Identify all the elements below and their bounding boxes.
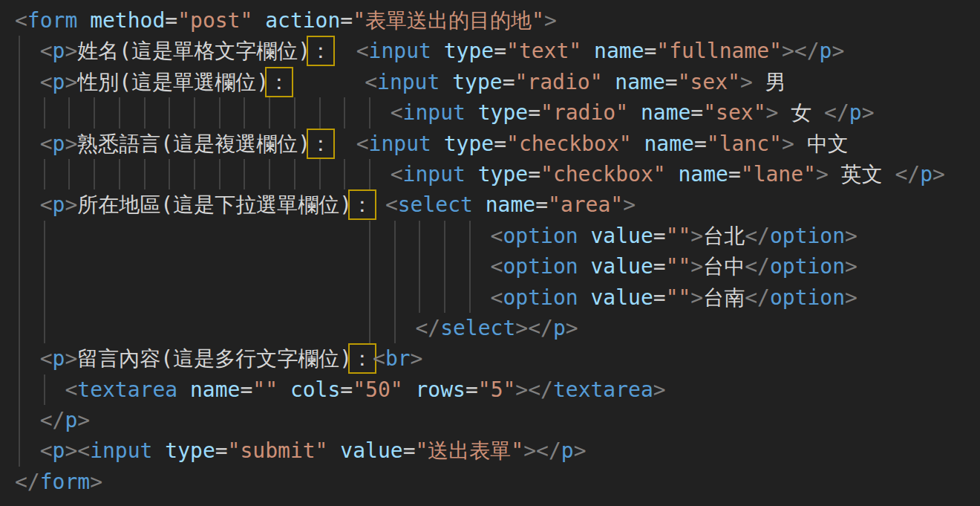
- code-token-str: "radio": [540, 100, 628, 125]
- code-token-punct: >: [782, 39, 794, 63]
- code-line-10[interactable]: <option value="">台南</option>: [0, 282, 980, 313]
- code-token-ws: [431, 132, 444, 156]
- code-token-punct: >: [845, 254, 858, 279]
- code-token-text: 姓名(這是單格文字欄位): [77, 39, 310, 63]
- code-line-15[interactable]: <p><input type="submit" value="送出表單"></p…: [0, 435, 980, 466]
- code-line-8[interactable]: <option value="">台北</option>: [0, 221, 980, 251]
- code-token-eq: =: [503, 70, 515, 94]
- code-token-punct: <: [40, 192, 53, 217]
- code-token-str: "5": [478, 377, 516, 402]
- code-token-tag: p: [849, 100, 862, 125]
- code-token-punct: >: [766, 100, 779, 125]
- code-line-3[interactable]: <p>性別(這是單選欄位)： <input type="radio" name=…: [0, 67, 980, 97]
- code-token-eq: =: [690, 100, 703, 125]
- code-token-ws: [473, 192, 486, 217]
- code-token-str: "": [666, 254, 691, 279]
- code-token-ws: [15, 39, 40, 63]
- code-token-punct: </: [536, 438, 561, 463]
- code-token-text: 留言內容(這是多行文字欄位): [77, 346, 352, 371]
- code-line-12[interactable]: <p>留言內容(這是多行文字欄位)：<br>: [0, 343, 980, 374]
- code-token-punct: >: [845, 285, 858, 310]
- code-token-ws: [152, 438, 165, 463]
- code-token-punct: <: [15, 8, 27, 33]
- code-token-tag: textarea: [553, 377, 653, 402]
- code-token-punct: </: [745, 254, 770, 279]
- code-token-attr: name: [486, 192, 535, 217]
- code-token-text: 英文: [829, 162, 895, 186]
- code-line-5[interactable]: <p>熟悉語言(這是複選欄位)： <input type="checkbox" …: [0, 129, 980, 159]
- code-token-ws: [373, 192, 385, 217]
- code-token-tag: form: [27, 8, 77, 33]
- code-token-ws: [77, 8, 90, 33]
- code-line-2[interactable]: <p>姓名(這是單格文字欄位)： <input type="text" name…: [0, 36, 980, 66]
- code-token-tag: input: [90, 438, 152, 463]
- code-token-attr: name: [644, 132, 693, 156]
- code-token-text: 女: [778, 100, 824, 125]
- code-token-punct: </: [15, 470, 40, 494]
- code-token-tag: option: [770, 224, 845, 248]
- code-token-punct: <: [365, 70, 377, 94]
- code-token-punct: <: [40, 70, 53, 94]
- code-token-punct: >: [515, 316, 528, 340]
- code-token-eq: =: [728, 162, 741, 186]
- code-token-ws: [15, 100, 391, 125]
- code-token-punct: </: [528, 316, 553, 340]
- code-token-tag: p: [53, 192, 65, 217]
- code-token-attr: value: [340, 438, 402, 463]
- code-token-punct: >: [653, 377, 666, 402]
- code-token-ws: [278, 377, 290, 402]
- code-token-str: "radio": [514, 70, 602, 94]
- code-token-attr: value: [590, 224, 653, 248]
- code-token-str: "post": [177, 8, 252, 33]
- code-token-punct: >: [566, 316, 578, 340]
- code-token-ws: [327, 438, 340, 463]
- code-token-str: "表單送出的目的地": [353, 8, 544, 33]
- code-token-punct: <: [385, 192, 398, 217]
- code-line-1[interactable]: <form method="post" action="表單送出的目的地">: [0, 5, 980, 36]
- code-token-str: "fullname": [656, 39, 782, 63]
- code-token-punct: >: [690, 254, 703, 279]
- code-token-attr: rows: [415, 377, 465, 402]
- code-line-6[interactable]: <input type="checkbox" name="lane"> 英文 <…: [0, 159, 980, 189]
- code-token-str: "lane": [741, 162, 816, 186]
- code-token-ws: [15, 132, 40, 156]
- code-token-attr: type: [478, 162, 528, 186]
- code-token-tag: form: [40, 470, 90, 494]
- code-token-ws: [440, 70, 452, 94]
- code-token-punct: >: [845, 224, 858, 248]
- code-token-eq: =: [340, 8, 353, 33]
- code-line-13[interactable]: <textarea name="" cols="50" rows="5"></t…: [0, 374, 980, 405]
- code-token-punct: >: [65, 39, 77, 63]
- code-token-ws: [578, 254, 591, 279]
- code-token-eq: =: [494, 39, 506, 63]
- code-token-ws: [15, 162, 391, 186]
- code-token-attr: action: [265, 8, 340, 33]
- code-token-punct: >: [411, 346, 423, 371]
- code-line-7[interactable]: <p>所在地區(這是下拉選單欄位)： <select name="area">: [0, 189, 980, 220]
- code-token-tag: p: [920, 162, 932, 186]
- code-token-punct: >: [65, 70, 77, 94]
- code-line-16[interactable]: </form>: [0, 467, 980, 497]
- code-line-4[interactable]: <input type="radio" name="sex"> 女 </p>: [0, 97, 980, 128]
- code-token-eq: =: [694, 132, 707, 156]
- code-token-tag: p: [65, 408, 77, 432]
- code-line-11[interactable]: </select></p>: [0, 313, 980, 343]
- code-token-tag: input: [369, 132, 431, 156]
- code-line-9[interactable]: <option value="">台中</option>: [0, 251, 980, 282]
- code-token-attr: value: [590, 285, 653, 310]
- code-token-punct: >: [515, 377, 528, 402]
- code-token-ws: [15, 70, 40, 94]
- code-token-attr: type: [444, 132, 494, 156]
- code-token-tag: option: [770, 285, 845, 310]
- code-token-tag: input: [369, 39, 431, 63]
- code-token-attr: type: [478, 100, 528, 125]
- code-line-14[interactable]: </p>: [0, 405, 980, 435]
- code-token-punct: >: [523, 438, 536, 463]
- code-token-str: "50": [353, 377, 402, 402]
- code-token-punct: >: [90, 470, 102, 494]
- code-editor[interactable]: <form method="post" action="表單送出的目的地"> <…: [0, 0, 980, 506]
- code-token-eq: =: [528, 100, 540, 125]
- code-token-attr: name: [678, 162, 728, 186]
- code-token-text: 台北: [703, 224, 745, 248]
- code-token-str: "submit": [228, 438, 328, 463]
